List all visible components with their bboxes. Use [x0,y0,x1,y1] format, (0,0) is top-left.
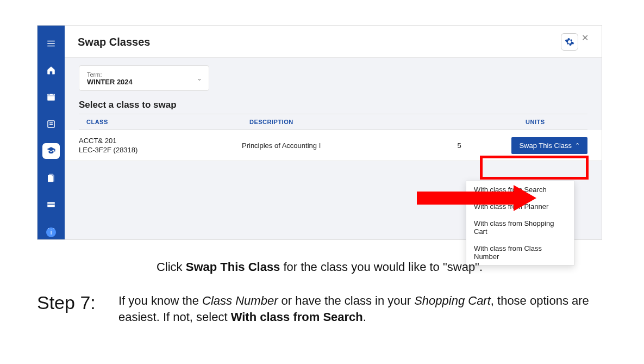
class-cell: ACCT& 201 LEC-3F2F (28318) [79,137,242,154]
class-section: LEC-3F2F (28318) [79,146,242,154]
term-select[interactable]: Term: WINTER 2024 ⌄ [79,65,209,91]
header: Swap Classes ✕ [65,26,602,58]
page-title: Swap Classes [78,36,150,48]
info-icon[interactable]: i [46,227,56,237]
svg-rect-3 [47,94,55,101]
class-units: 5 [457,141,511,150]
documents-icon[interactable] [42,170,60,186]
dropdown-with-cart[interactable]: With class from Shopping Cart [466,215,574,240]
svg-rect-4 [49,93,50,95]
list-icon[interactable] [42,116,60,132]
close-icon[interactable]: ✕ [582,33,589,43]
term-label: Term: [87,71,201,78]
calendar-icon[interactable] [42,89,60,105]
header-actions: ✕ [561,33,589,51]
step-row: Step 7: If you know the Class Number or … [37,293,602,325]
card-icon[interactable] [42,196,60,212]
annotation-arrow [417,185,542,211]
section-heading: Select a class to swap [79,100,587,110]
col-description: DESCRIPTION [249,119,526,125]
sidebar: i [37,26,65,239]
gear-icon[interactable] [561,33,578,51]
app-screenshot: i Swap Classes ✕ Term: WINTER 2024 ⌄ Sel… [37,25,602,240]
caption-area: Click Swap This Class for the class you … [37,260,602,325]
graduation-icon[interactable] [42,143,60,159]
home-icon[interactable] [42,62,60,78]
svg-rect-5 [53,93,54,95]
content-area: Swap Classes ✕ Term: WINTER 2024 ⌄ Selec… [65,26,602,239]
table-row: ACCT& 201 LEC-3F2F (28318) Principles of… [65,130,602,161]
step-label: Step 7: [37,293,118,313]
swap-button-label: Swap This Class [519,141,572,150]
step-text: If you know the Class Number or have the… [118,293,602,325]
class-description: Principles of Accounting I [242,141,457,150]
svg-rect-11 [47,203,55,205]
col-class: CLASS [86,119,249,125]
svg-rect-6 [47,96,55,96]
term-value: WINTER 2024 [87,78,201,86]
chevron-down-icon: ⌄ [197,75,202,82]
class-code: ACCT& 201 [79,137,242,145]
hamburger-icon[interactable] [42,35,60,51]
swap-this-class-button[interactable]: Swap This Class ⌃ [511,137,587,154]
caption-line-1: Click Swap This Class for the class you … [37,260,602,274]
chevron-up-icon: ⌃ [575,142,580,149]
col-units: UNITS [526,119,580,125]
main-panel: Term: WINTER 2024 ⌄ Select a class to sw… [65,58,602,239]
table-header: CLASS DESCRIPTION UNITS [79,114,587,130]
